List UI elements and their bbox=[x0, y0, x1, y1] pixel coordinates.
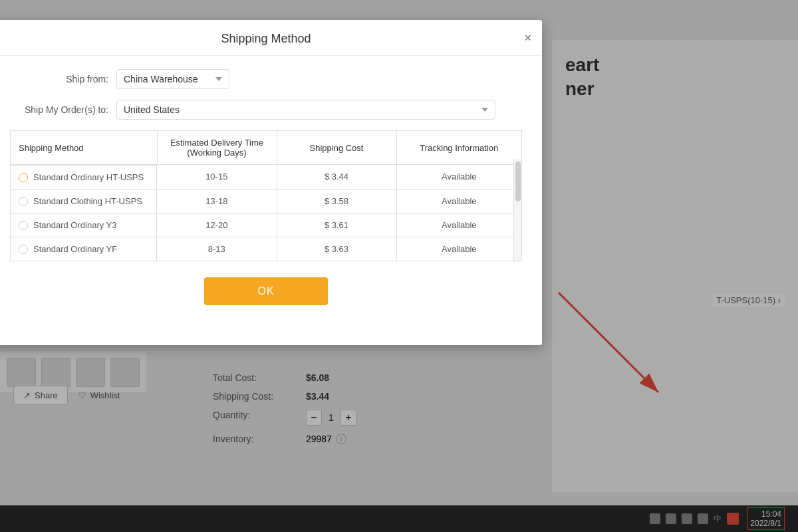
table-row[interactable]: Standard Ordinary YF8-13$ 3.63Available bbox=[11, 237, 521, 261]
radio-button[interactable] bbox=[19, 245, 28, 254]
modal-title: Shipping Method bbox=[221, 32, 311, 46]
header-method: Shipping Method bbox=[11, 131, 157, 165]
ship-from-label: Ship from: bbox=[10, 74, 116, 84]
ship-from-select[interactable]: China Warehouse bbox=[116, 69, 229, 89]
ship-to-row: Ship My Order(s) to: United States bbox=[10, 100, 522, 120]
table-row[interactable]: Standard Ordinary HT-USPS10-15$ 3.44Avai… bbox=[11, 165, 521, 190]
ship-to-label: Ship My Order(s) to: bbox=[10, 104, 116, 115]
ship-from-row: Ship from: China Warehouse bbox=[10, 69, 522, 89]
modal-header: Shipping Method × bbox=[0, 20, 542, 56]
ship-to-select[interactable]: United States bbox=[116, 100, 495, 120]
header-tracking: Tracking Information bbox=[396, 131, 521, 165]
radio-button[interactable] bbox=[19, 221, 28, 230]
ok-button-wrapper: OK bbox=[10, 277, 522, 305]
table-scrollbar[interactable] bbox=[513, 159, 521, 261]
radio-button[interactable] bbox=[19, 173, 28, 182]
modal-close-button[interactable]: × bbox=[524, 32, 531, 44]
shipping-table: Shipping Method Estimated Delivery Time … bbox=[11, 131, 521, 261]
shipping-method-modal: Shipping Method × Ship from: China Wareh… bbox=[0, 20, 542, 345]
shipping-table-wrapper: Shipping Method Estimated Delivery Time … bbox=[10, 130, 522, 261]
radio-button[interactable] bbox=[19, 197, 28, 206]
header-cost: Shipping Cost bbox=[277, 131, 396, 165]
scroll-thumb bbox=[515, 162, 521, 201]
ok-button[interactable]: OK bbox=[204, 277, 327, 305]
modal-body: Ship from: China Warehouse Ship My Order… bbox=[0, 56, 542, 319]
table-header-row: Shipping Method Estimated Delivery Time … bbox=[11, 131, 521, 165]
table-row[interactable]: Standard Ordinary Y312-20$ 3.61Available bbox=[11, 213, 521, 237]
header-delivery: Estimated Delivery Time (Working Days) bbox=[157, 131, 277, 165]
table-row[interactable]: Standard Clothing HT-USPS13-18$ 3.58Avai… bbox=[11, 189, 521, 213]
